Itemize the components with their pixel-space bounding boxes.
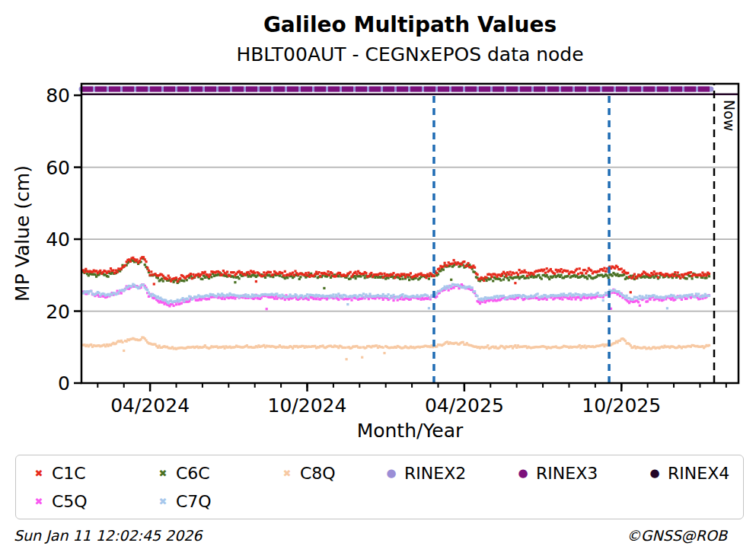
legend-label: RINEX2 bbox=[404, 464, 466, 483]
legend-item-c8q: ✖C8Q bbox=[281, 463, 336, 483]
now-line-label: Now bbox=[721, 100, 738, 131]
svg-text:10/2024: 10/2024 bbox=[268, 394, 347, 417]
legend-item-rinex2: ●RINEX2 bbox=[385, 463, 466, 483]
plot-frame bbox=[81, 84, 738, 383]
c7q-x-marker-icon: ✖ bbox=[157, 497, 169, 506]
rinex2-dot-marker-icon: ● bbox=[385, 468, 397, 479]
rinex4-dot-marker-icon: ● bbox=[649, 468, 661, 479]
svg-text:40: 40 bbox=[46, 228, 70, 251]
c1c-x-marker-icon: ✖ bbox=[33, 468, 45, 478]
legend-item-rinex3: ●RINEX3 bbox=[517, 463, 598, 483]
c5q-x-marker-icon: ✖ bbox=[33, 497, 45, 506]
svg-text:0: 0 bbox=[58, 372, 70, 394]
copyright-text: ©GNSS@ROB bbox=[627, 527, 727, 544]
y-gridlines bbox=[81, 168, 738, 311]
legend-label: C1C bbox=[52, 464, 86, 483]
legend-label: C8Q bbox=[300, 464, 336, 483]
legend-label: RINEX4 bbox=[668, 464, 729, 483]
svg-text:20: 20 bbox=[46, 301, 70, 323]
legend-label: C5Q bbox=[52, 492, 88, 511]
plot-timestamp: Sun Jan 11 12:02:45 2026 bbox=[14, 527, 202, 544]
multipath-chart-page: Galileo Multipath Values HBLT00AUT - CEG… bbox=[0, 0, 756, 559]
legend-label: C6C bbox=[176, 464, 210, 483]
plot-canvas: 02040608004/202410/202404/202510/2025Mon… bbox=[0, 0, 756, 454]
series-c6c-points bbox=[82, 257, 710, 289]
legend-item-c6c: ✖C6C bbox=[157, 463, 210, 483]
legend-item-c7q: ✖C7Q bbox=[157, 491, 212, 511]
legend-label: C7Q bbox=[176, 492, 212, 511]
svg-text:60: 60 bbox=[46, 157, 70, 179]
svg-text:80: 80 bbox=[46, 85, 70, 107]
y-axis-label: MP Value (cm) bbox=[11, 165, 33, 302]
legend: ✖C1C✖C6C✖C8Q●RINEX2●RINEX3●RINEX4✖C5Q✖C7… bbox=[15, 455, 744, 519]
c8q-x-marker-icon: ✖ bbox=[281, 468, 293, 478]
x-axis-label: Month/Year bbox=[357, 420, 464, 442]
y-axis-ticks: 020406080 bbox=[46, 85, 81, 394]
svg-text:04/2024: 04/2024 bbox=[110, 394, 190, 417]
series-c8q-points bbox=[82, 337, 710, 361]
c6c-x-marker-icon: ✖ bbox=[157, 468, 169, 478]
legend-label: RINEX3 bbox=[536, 464, 598, 483]
legend-item-c1c: ✖C1C bbox=[33, 463, 86, 483]
rinex3-dot-marker-icon: ● bbox=[517, 468, 529, 479]
legend-item-c5q: ✖C5Q bbox=[33, 491, 88, 511]
x-axis-major-ticks: 04/202410/202404/202510/2025 bbox=[110, 383, 661, 417]
svg-text:10/2025: 10/2025 bbox=[582, 394, 661, 417]
svg-text:04/2025: 04/2025 bbox=[425, 394, 504, 417]
legend-item-rinex4: ●RINEX4 bbox=[649, 463, 729, 483]
